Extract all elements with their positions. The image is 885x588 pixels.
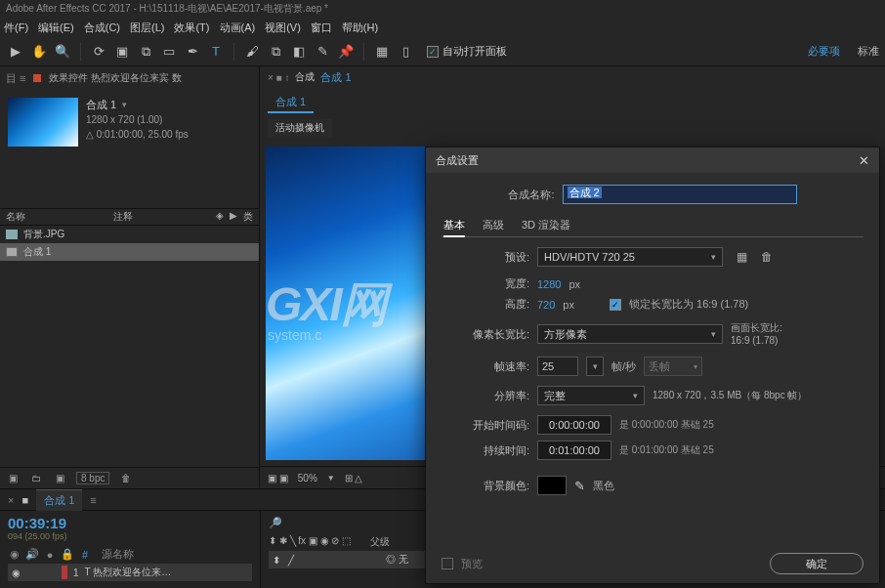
clone-tool-icon[interactable]: ⧉ <box>266 42 285 62</box>
par-label: 像素长宽比: <box>442 327 529 342</box>
search-icon[interactable]: 🔎 <box>269 517 282 529</box>
roto-tool-icon[interactable]: ✎ <box>313 42 332 62</box>
duration-info: 是 0:01:00:00 基础 25 <box>619 443 714 457</box>
dialog-title: 合成设置 <box>436 153 479 168</box>
new-comp-icon[interactable]: ▣ <box>53 472 66 485</box>
comp-duration: 0:01:00:00, 25.00 fps <box>86 127 189 142</box>
eyedropper-icon[interactable]: ✎ <box>574 479 585 493</box>
save-preset-icon[interactable]: ▦ <box>737 250 747 264</box>
preset-dropdown[interactable]: HDV/HDTV 720 25▾ <box>537 247 723 267</box>
timecode[interactable]: 00:39:19 <box>8 515 252 531</box>
col-name[interactable]: 名称 <box>6 210 25 224</box>
bgcolor-name: 黑色 <box>593 479 614 493</box>
menu-help[interactable]: 帮助(H) <box>342 21 378 35</box>
effect-controls-tab[interactable]: 目 ≡ 效果控件 热烈欢迎各位来宾 数 <box>0 66 259 90</box>
project-item-comp[interactable]: 合成 1 <box>0 243 259 261</box>
layer-row-1[interactable]: ◉ 1 T 热烈欢迎各位来… <box>8 564 252 581</box>
close-icon[interactable]: ✕ <box>859 153 869 168</box>
pen-tool-icon[interactable]: ✒ <box>183 42 202 62</box>
source-name-col[interactable]: 源名称 <box>102 547 134 562</box>
tab-advanced[interactable]: 高级 <box>483 218 504 232</box>
eraser-tool-icon[interactable]: ◧ <box>289 42 309 62</box>
trash-icon[interactable]: 🗑 <box>119 472 133 485</box>
brush-tool-icon[interactable]: 🖌 <box>242 42 262 62</box>
close-tab-icon[interactable]: × <box>8 494 14 506</box>
ok-button[interactable]: 确定 <box>770 553 864 574</box>
parent-col[interactable]: 父级 <box>370 535 390 549</box>
fps-dropdown-icon[interactable]: ▾ <box>586 357 604 376</box>
project-item-jpg[interactable]: 背景.JPG <box>0 226 259 243</box>
lock-aspect-checkbox[interactable]: ✓ <box>610 299 621 311</box>
auto-open-panel-check[interactable]: ✓ 自动打开面板 <box>427 44 507 59</box>
duration-label: 持续时间: <box>442 443 529 458</box>
tab-basic[interactable]: 基本 <box>443 218 465 237</box>
start-tc-input[interactable]: 0:00:00:00 <box>537 415 611 435</box>
eye-toggle-icon[interactable]: ◉ <box>12 567 21 578</box>
active-camera-label[interactable]: 活动摄像机 <box>268 119 332 137</box>
menu-effect[interactable]: 效果(T) <box>174 21 209 35</box>
snap-icon[interactable]: ▯ <box>396 42 415 62</box>
fps-input[interactable]: 25 <box>537 357 578 376</box>
duration-input[interactable]: 0:01:00:00 <box>537 441 611 460</box>
width-value[interactable]: 1280 <box>537 278 561 290</box>
viewer-comp-link[interactable]: 合成 1 <box>320 70 351 85</box>
dialog-titlebar[interactable]: 合成设置 ✕ <box>426 147 879 173</box>
menu-file[interactable]: 件(F) <box>4 21 28 35</box>
col-type[interactable]: ◈▶类 <box>216 210 253 224</box>
tab-3d-renderer[interactable]: 3D 渲染器 <box>522 218 570 232</box>
resolution-dropdown[interactable]: 完整▾ <box>537 386 645 405</box>
hand-tool-icon[interactable]: ✋ <box>29 42 49 62</box>
menu-anim[interactable]: 动画(A) <box>220 21 256 35</box>
preview-checkbox[interactable] <box>442 558 453 569</box>
camera-tool-icon[interactable]: ▣ <box>112 42 132 62</box>
viewer-sub-tab[interactable]: 合成 1 <box>268 93 314 113</box>
menu-comp[interactable]: 合成(C) <box>84 21 120 35</box>
eye-col-icon[interactable]: ◉ <box>8 548 21 561</box>
text-tool-icon[interactable]: T <box>206 42 226 62</box>
zoom-level[interactable]: 50% <box>298 473 317 483</box>
label-color-icon[interactable] <box>62 566 67 579</box>
resolution-label: 分辨率: <box>442 389 529 403</box>
rotate-tool-icon[interactable]: ⟳ <box>89 42 108 62</box>
composition-icon <box>6 247 18 257</box>
menu-edit[interactable]: 编辑(E) <box>38 21 74 35</box>
menu-layer[interactable]: 图层(L) <box>130 21 164 35</box>
puppet-tool-icon[interactable]: 📌 <box>336 42 356 62</box>
panel-menu-icon[interactable]: × ■ ↕ <box>268 72 289 83</box>
project-columns: 名称 注释 ◈▶类 <box>0 208 259 226</box>
menu-window[interactable]: 窗口 <box>311 21 332 35</box>
workspace-essentials[interactable]: 必要项 <box>808 44 840 59</box>
timeline-tab-active[interactable]: 合成 1 <box>36 489 82 511</box>
comp-name-input[interactable]: 合成 2 <box>563 185 797 204</box>
comp-thumbnail[interactable] <box>8 98 78 147</box>
interpret-icon[interactable]: ▣ <box>6 472 20 485</box>
bpc-indicator[interactable]: 8 bpc <box>76 472 109 484</box>
audio-col-icon[interactable]: 🔊 <box>25 548 39 561</box>
viewer-tool-icon[interactable]: ⊞ △ <box>345 473 363 483</box>
height-value[interactable]: 720 <box>537 299 555 311</box>
workspace-standard[interactable]: 标准 <box>858 44 879 59</box>
delete-preset-icon[interactable]: 🗑 <box>761 250 773 264</box>
menu-view[interactable]: 视图(V) <box>265 21 301 35</box>
menubar: 件(F) 编辑(E) 合成(C) 图层(L) 效果(T) 动画(A) 视图(V)… <box>0 18 885 37</box>
comp-name[interactable]: 合成 1▼ <box>86 98 189 112</box>
shape-tool-icon[interactable]: ▭ <box>159 42 179 62</box>
selection-tool-icon[interactable]: ▶ <box>6 42 25 62</box>
viewer-opts-icon[interactable]: ▣ ▣ <box>268 473 288 483</box>
pan-behind-tool-icon[interactable]: ⧉ <box>136 42 155 62</box>
solo-col-icon[interactable]: ● <box>43 549 57 561</box>
separator <box>363 43 364 61</box>
folder-icon[interactable]: 🗀 <box>29 472 43 485</box>
col-note[interactable]: 注释 <box>113 210 133 224</box>
label-col-icon[interactable]: # <box>78 549 92 561</box>
parent-none[interactable]: ◎ 无 <box>386 553 408 567</box>
grid-icon[interactable]: ▦ <box>372 42 392 62</box>
zoom-tool-icon[interactable]: 🔍 <box>53 42 72 62</box>
bgcolor-label: 背景颜色: <box>442 479 529 493</box>
par-dropdown[interactable]: 方形像素▾ <box>537 324 723 344</box>
lock-col-icon[interactable]: 🔒 <box>61 548 74 561</box>
image-file-icon <box>6 230 18 239</box>
bgcolor-swatch[interactable] <box>537 476 567 495</box>
preset-label: 预设: <box>442 250 529 265</box>
active-indicator-icon <box>33 74 41 82</box>
